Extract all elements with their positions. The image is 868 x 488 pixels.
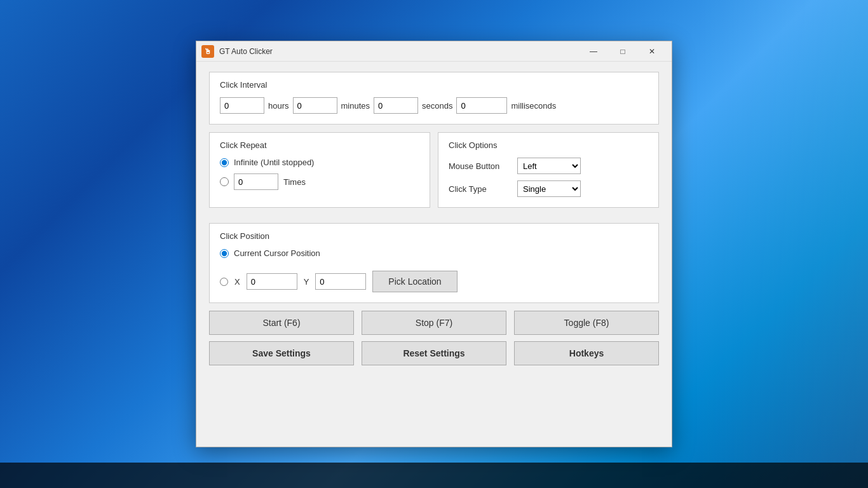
hotkeys-button[interactable]: Hotkeys (514, 341, 659, 365)
click-interval-title: Click Interval (220, 80, 648, 90)
click-repeat-title: Click Repeat (220, 140, 419, 150)
cursor-position-radio[interactable] (220, 249, 229, 258)
mouse-button-label: Mouse Button (449, 161, 512, 171)
hours-label: hours (268, 101, 289, 111)
position-radio-group: Current Cursor Position X Y Pick Locatio… (220, 248, 648, 292)
close-button[interactable]: ✕ (637, 41, 667, 62)
reset-settings-button[interactable]: Reset Settings (362, 341, 506, 365)
xy-position-row: X Y Pick Location (220, 271, 648, 292)
times-input[interactable] (234, 173, 278, 190)
milliseconds-input[interactable] (456, 97, 507, 114)
bottom-buttons: Start (F6) Stop (F7) Toggle (F8) Save Se… (209, 311, 659, 365)
click-options-title: Click Options (449, 140, 648, 150)
cursor-position-label[interactable]: Current Cursor Position (234, 248, 320, 258)
taskbar (0, 463, 868, 488)
infinite-radio[interactable] (220, 158, 229, 167)
click-type-row: Click Type Single Double (449, 180, 648, 197)
click-interval-section: Click Interval hours minutes seconds mil… (209, 72, 659, 125)
xy-radio[interactable] (220, 278, 228, 286)
cursor-position-radio-row: Current Cursor Position (220, 248, 648, 258)
toggle-button[interactable]: Toggle (F8) (514, 311, 659, 335)
y-input[interactable] (315, 273, 366, 290)
times-label: Times (283, 177, 306, 187)
window-content: Click Interval hours minutes seconds mil… (196, 62, 672, 378)
infinite-radio-row: Infinite (Until stopped) (220, 158, 419, 167)
window-title: GT Auto Clicker (219, 47, 579, 56)
window-controls: — □ ✕ (579, 41, 667, 62)
save-settings-button[interactable]: Save Settings (209, 341, 354, 365)
main-window: 🖱 GT Auto Clicker — □ ✕ Click Interval h… (196, 41, 672, 447)
pick-location-button[interactable]: Pick Location (372, 271, 457, 292)
middle-sections: Click Repeat Infinite (Until stopped) Ti… (209, 132, 659, 215)
maximize-button[interactable]: □ (608, 41, 637, 62)
options-grid: Mouse Button Left Right Middle Click Typ… (449, 158, 648, 197)
minutes-label: minutes (341, 101, 370, 111)
click-position-title: Click Position (220, 231, 648, 241)
stop-button[interactable]: Stop (F7) (362, 311, 506, 335)
milliseconds-label: milliseconds (511, 101, 556, 111)
start-button[interactable]: Start (F6) (209, 311, 354, 335)
times-radio[interactable] (220, 177, 229, 186)
interval-row: hours minutes seconds milliseconds (220, 97, 648, 114)
hours-input[interactable] (220, 97, 264, 114)
mouse-button-select[interactable]: Left Right Middle (517, 158, 581, 174)
app-icon: 🖱 (201, 45, 214, 58)
click-type-select[interactable]: Single Double (517, 180, 581, 197)
seconds-input[interactable] (374, 97, 418, 114)
repeat-radio-group: Infinite (Until stopped) Times (220, 158, 419, 190)
title-bar: 🖱 GT Auto Clicker — □ ✕ (196, 41, 672, 62)
mouse-button-row: Mouse Button Left Right Middle (449, 158, 648, 174)
click-position-section: Click Position Current Cursor Position X… (209, 223, 659, 303)
click-options-section: Click Options Mouse Button Left Right Mi… (438, 132, 659, 208)
minimize-button[interactable]: — (579, 41, 608, 62)
y-label: Y (304, 277, 309, 287)
x-label: X (234, 277, 240, 287)
action-button-row: Start (F6) Stop (F7) Toggle (F8) (209, 311, 659, 335)
x-input[interactable] (247, 273, 297, 290)
times-radio-row: Times (220, 173, 419, 190)
click-repeat-section: Click Repeat Infinite (Until stopped) Ti… (209, 132, 430, 208)
minutes-input[interactable] (293, 97, 337, 114)
settings-button-row: Save Settings Reset Settings Hotkeys (209, 341, 659, 365)
click-type-label: Click Type (449, 184, 512, 194)
infinite-label[interactable]: Infinite (Until stopped) (234, 158, 314, 167)
seconds-label: seconds (422, 101, 452, 111)
